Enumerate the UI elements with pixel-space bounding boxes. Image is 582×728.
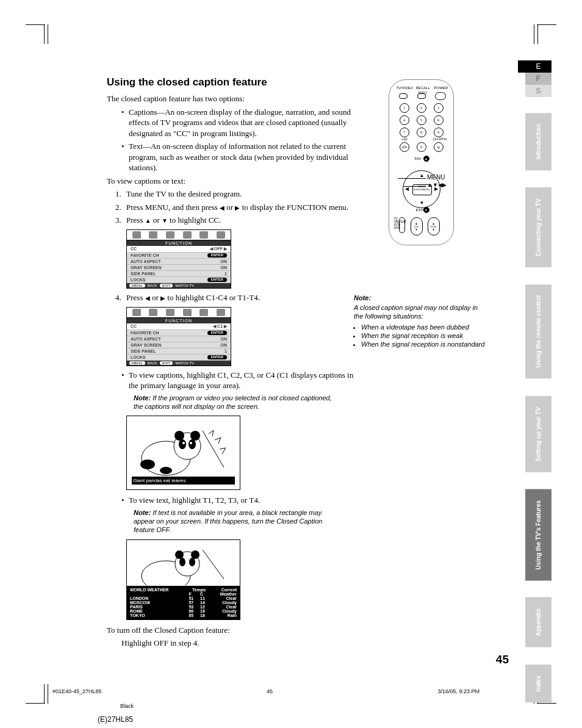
page-number: 45 xyxy=(496,653,509,666)
svg-point-9 xyxy=(160,467,172,474)
panda-weather-image: WORLD WEATHERTempsCurrent FCWeather LOND… xyxy=(126,539,240,620)
note-2: Note: If text is not available in your a… xyxy=(134,508,335,535)
svg-point-4 xyxy=(179,439,186,449)
lang-tab-e: E xyxy=(525,60,551,73)
tab-setting-up: Setting up your TV xyxy=(525,396,551,472)
footer-meta: #01E40-45_27HL85453/16/05, 9:23 PM xyxy=(52,688,480,694)
menu-callout: MENU xyxy=(427,174,445,181)
language-tabs: E F S xyxy=(525,60,551,97)
arrows-callout: ▲▼◀▶ xyxy=(427,182,447,188)
panda-illustration-icon xyxy=(129,542,237,585)
svg-point-8 xyxy=(140,460,155,469)
remote-diagram: TV/VIDEO RECALL INFO POWER 1 2 3 4 5 6 7… xyxy=(389,79,454,245)
note-1: Note: If the program or video you select… xyxy=(134,394,335,411)
svg-point-14 xyxy=(191,550,199,559)
tab-introduction: Introduction xyxy=(525,113,551,170)
tab-index: Index xyxy=(525,665,551,702)
view-captions-text: To view captions, highlight C1, C2, C3, … xyxy=(121,370,354,391)
svg-point-3 xyxy=(190,431,200,441)
section-tabs: Introduction Connecting your TV Using th… xyxy=(525,113,551,719)
tab-appendix: Appendix xyxy=(525,597,551,647)
svg-line-17 xyxy=(203,550,224,579)
lang-tab-f: F xyxy=(525,73,551,85)
svg-point-15 xyxy=(179,558,185,566)
weather-table: WORLD WEATHERTempsCurrent FCWeather LOND… xyxy=(127,586,240,619)
caption-strip: Giant pandas eat leaves. xyxy=(132,477,235,485)
svg-point-13 xyxy=(175,550,184,559)
svg-point-5 xyxy=(189,439,196,449)
panda-illustration-icon xyxy=(129,419,237,480)
svg-point-7 xyxy=(190,442,192,444)
step-2: Press MENU, and then press ◀ or ▶ to dis… xyxy=(115,202,352,213)
view-text-text: To view text, highlight T1, T2, T3, or T… xyxy=(121,495,461,506)
panda-caption-image: Giant pandas eat leaves. xyxy=(126,416,240,490)
svg-point-2 xyxy=(174,431,184,441)
lang-tab-s: S xyxy=(525,85,551,97)
tab-connecting: Connecting your TV xyxy=(525,187,551,267)
tab-features: Using the TV's Features xyxy=(525,489,551,581)
footer-black: Black xyxy=(120,703,134,709)
function-menu-off: FUNCTION CC◀ OFF ▶ FAVORITE CHENTER AUTO… xyxy=(126,229,231,289)
svg-point-16 xyxy=(189,558,195,566)
side-note: Note: A closed caption signal may not di… xyxy=(354,294,488,348)
function-menu-c1: FUNCTION CC◀ C1 ▶ FAVORITE CHENTER AUTO … xyxy=(126,307,231,366)
turn-off-1: To turn off the Closed Caption feature: xyxy=(107,625,461,636)
svg-point-6 xyxy=(182,442,185,444)
bullet-captions: Captions—An on-screen display of the dia… xyxy=(121,107,354,139)
tab-remote: Using the remote control xyxy=(525,284,551,378)
turn-off-2: Highlight OFF in step 4. xyxy=(121,638,461,649)
footer-model: (E)27HL85 xyxy=(98,715,133,724)
bullet-text: Text—An on-screen display of information… xyxy=(121,141,354,173)
